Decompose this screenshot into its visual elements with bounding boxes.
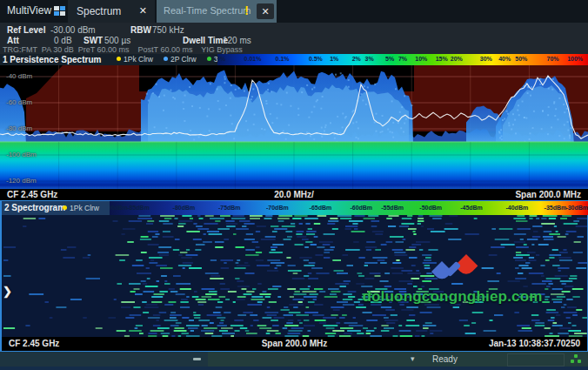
- trace-label: 1Pk Clrw: [124, 55, 153, 64]
- settings-header: Ref Level -30.00 dBm RBW 750 kHz Att 0 d…: [0, 23, 588, 54]
- att-value[interactable]: 0 dB: [54, 36, 72, 45]
- trace-legend-item[interactable]: 1Pk Clrw: [63, 204, 99, 212]
- rbw-label[interactable]: RBW: [130, 25, 151, 35]
- color-scale-label: 7%: [398, 56, 407, 62]
- trace-legend-item[interactable]: 2P Clrw: [164, 55, 197, 64]
- swt-label[interactable]: SWT: [84, 36, 103, 45]
- status-bar-left-segment: [0, 352, 208, 367]
- trace-color-dot-icon: [164, 57, 168, 61]
- watermark: doluongcongnghiep.com: [357, 238, 548, 306]
- warning-icon: !: [244, 3, 249, 17]
- amplitude-axis-label: -40 dBm: [6, 72, 32, 80]
- frame-marker-chevron-icon[interactable]: ❯: [3, 285, 12, 298]
- color-scale-label: 15%: [436, 56, 448, 62]
- watermark-logo-icon: [400, 238, 504, 285]
- tab-spectrum-label: Spectrum: [77, 5, 121, 17]
- color-scale-label: 3%: [365, 56, 374, 62]
- spectrogram-window-title: 2 Spectrogram: [4, 203, 65, 212]
- spectrogram-footer: CF 2.45 GHz Span 200.0 MHz Jan-13 10:38:…: [2, 337, 587, 351]
- persistence-footer: CF 2.45 GHz 20.0 MHz/ Span 200.0 MHz: [0, 189, 588, 200]
- dwell-time-label[interactable]: Dwell Time: [183, 36, 228, 45]
- ref-level-value[interactable]: -30.00 dBm: [50, 25, 96, 35]
- spectrogram-display[interactable]: ❯: [2, 215, 587, 337]
- color-scale-label: -70dBm: [266, 205, 289, 211]
- tab-bar: MultiView Spectrum ✕ Real-Time Spectrum …: [0, 0, 588, 23]
- color-scale-label: -55dBm: [381, 205, 404, 211]
- color-scale-label: 2%: [352, 56, 361, 62]
- trigger-settings-line: TRG:FMT PA 30 dB PreT 60.00 ms PostT 60.…: [3, 45, 243, 54]
- span-value[interactable]: Span 200.0 MHz: [515, 190, 581, 199]
- connection-status-icon: [571, 354, 582, 365]
- trace-legend-item[interactable]: 1Pk Clrw: [117, 55, 153, 64]
- timestamp: Jan-13 10:38:37.70250: [489, 339, 580, 348]
- drag-handle-icon[interactable]: [193, 358, 201, 360]
- color-scale-label: -60dBm: [350, 205, 372, 211]
- color-scale-label: 5%: [385, 56, 394, 62]
- multiview-button[interactable]: MultiView: [7, 4, 51, 17]
- watermark-text: doluongcongnghiep.com: [357, 288, 548, 306]
- spectrogram-window-header[interactable]: 2 Spectrogram 1Pk Clrw -90dBm-85dBm-80dB…: [2, 201, 587, 215]
- amplitude-axis-label: -100 dBm: [6, 151, 37, 158]
- status-ready-text: Ready: [432, 354, 458, 364]
- persistence-window-title: 1 Persistence Spectrum: [3, 55, 101, 64]
- color-scale-label: 40%: [498, 56, 511, 62]
- color-scale-label: -40dBm: [506, 205, 529, 211]
- color-scale-label: 1%: [330, 56, 338, 62]
- trace-color-dot-icon: [207, 57, 211, 61]
- color-scale-label: 70%: [547, 56, 559, 62]
- swt-value[interactable]: 500 µs: [104, 36, 130, 45]
- color-scale-label: 50%: [515, 56, 527, 62]
- analyzer-screen: MultiView Spectrum ✕ Real-Time Spectrum …: [0, 0, 588, 370]
- rbw-value[interactable]: 750 kHz: [152, 25, 184, 35]
- status-bar-field: [507, 353, 565, 367]
- amplitude-axis-label: -60 dBm: [6, 98, 32, 106]
- color-scale-label: 0%: [217, 56, 225, 62]
- close-icon[interactable]: ✕: [257, 3, 274, 19]
- trace-legend: 1Pk Clrw: [63, 204, 110, 212]
- status-bar-bottom-strip: [0, 367, 588, 370]
- color-scale-label: -35dBm: [545, 205, 567, 211]
- trace-label: 1Pk Clrw: [70, 204, 99, 212]
- color-scale-label: -65dBm: [310, 205, 332, 211]
- trace-color-dot-icon: [63, 205, 67, 210]
- trace-label: 2P Clrw: [170, 55, 197, 64]
- color-scale-label: 20%: [451, 56, 463, 62]
- tab-realtime-spectrum[interactable]: Real-Time Spectrum ! ✕: [157, 0, 277, 23]
- amplitude-axis-label: -120 dBm: [6, 177, 37, 185]
- color-scale-label: -80dBm: [173, 205, 196, 211]
- att-label[interactable]: Att: [7, 36, 19, 45]
- color-scale-label: -50dBm: [419, 205, 442, 211]
- color-scale-label: 0.5%: [309, 56, 323, 62]
- ref-level-label[interactable]: Ref Level: [7, 25, 45, 35]
- color-scale-label: -45dBm: [460, 205, 483, 211]
- close-icon[interactable]: ✕: [139, 5, 147, 17]
- amplitude-axis-label: -80 dBm: [6, 124, 32, 132]
- persistence-color-scale: 0%0.01%0.1%0.5%1%2%3%5%7%10%15%20%30%40%…: [217, 54, 588, 65]
- color-scale-label: 0.01%: [244, 56, 262, 62]
- color-scale-label: -30dBm: [565, 205, 588, 211]
- color-scale-label: 0.1%: [276, 56, 290, 62]
- persistence-spectrum-plot: [0, 65, 588, 189]
- status-bar: ▾ Ready: [0, 352, 588, 370]
- tab-spectrum[interactable]: Spectrum ✕: [68, 0, 155, 23]
- color-scale-label: -75dBm: [218, 205, 241, 211]
- color-scale-label: 10%: [415, 56, 427, 62]
- persistence-spectrum-display[interactable]: -40 dBm-60 dBm-80 dBm-100 dBm-120 dBm: [0, 65, 588, 189]
- multiview-grid-icon[interactable]: [54, 6, 66, 17]
- color-scale-label: -85dBm: [127, 205, 150, 211]
- spectrogram-color-scale: -90dBm-85dBm-80dBm-75dBm-70dBm-65dBm-60d…: [110, 201, 588, 215]
- color-scale-label: 100%: [567, 56, 583, 62]
- color-scale-label: 30%: [480, 56, 492, 62]
- chevron-down-icon[interactable]: ▾: [411, 354, 415, 363]
- dwell-time-value[interactable]: 120 ms: [223, 36, 251, 45]
- tab-realtime-label: Real-Time Spectrum: [164, 5, 251, 16]
- scale-per-division: 20.0 MHz/: [0, 190, 588, 199]
- spectrogram-window[interactable]: 2 Spectrogram 1Pk Clrw -90dBm-85dBm-80dB…: [0, 200, 588, 352]
- trace-color-dot-icon: [117, 57, 121, 61]
- color-scale-label: -90dBm: [110, 205, 128, 211]
